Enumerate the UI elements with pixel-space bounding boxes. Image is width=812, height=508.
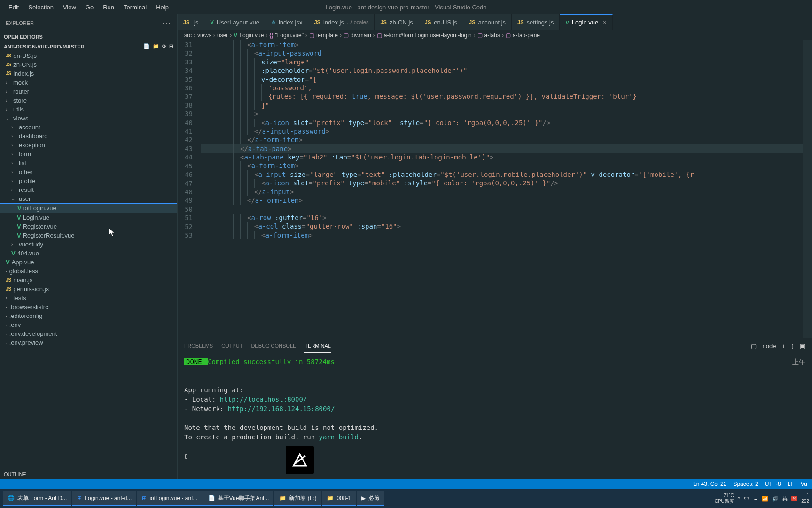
taskbar-item[interactable]: 📁008-1 <box>322 491 356 506</box>
tree-item[interactable]: ViotLogin.vue <box>0 203 177 213</box>
editor-tab[interactable]: VLogin.vue× <box>560 14 612 30</box>
project-header[interactable]: ANT-DESIGN-VUE-PRO-MASTER 📄 📁 ⟳ ⊟ <box>0 41 177 51</box>
new-folder-icon[interactable]: 📁 <box>153 43 159 49</box>
panel-tab-debug-console[interactable]: DEBUG CONSOLE <box>251 339 296 352</box>
tree-item[interactable]: ·.editorconfig <box>0 311 177 320</box>
panel-tab-output[interactable]: OUTPUT <box>221 339 242 352</box>
status-item[interactable]: LF <box>788 481 794 487</box>
tree-item[interactable]: VApp.vue <box>0 258 177 267</box>
tree-item[interactable]: JSindex.js <box>0 69 177 78</box>
maximize-panel-icon[interactable]: ▣ <box>800 342 805 349</box>
new-terminal-icon[interactable]: + <box>781 342 785 349</box>
outline-header[interactable]: OUTLINE <box>0 469 177 479</box>
tree-item[interactable]: ›dashboard <box>0 132 177 141</box>
tree-item[interactable]: VRegisterResult.vue <box>0 231 177 240</box>
taskbar-item[interactable]: ▶必剪 <box>357 491 384 506</box>
tray-cloud-icon[interactable]: ☁ <box>753 496 758 502</box>
menu-view[interactable]: View <box>58 2 81 13</box>
editor-tab[interactable]: ⚛index.jsx <box>265 14 309 30</box>
breadcrumb-item[interactable]: ▢ div.main <box>344 32 371 39</box>
tree-item[interactable]: ⌄views <box>0 114 177 123</box>
tray-sogou-icon[interactable]: S <box>791 496 797 501</box>
status-item[interactable]: Spaces: 2 <box>733 481 758 487</box>
terminal-output[interactable]: 上午 DONE Compiled successfully in 58724ms… <box>178 353 812 479</box>
breadcrumb-item[interactable]: {} "Login.vue" <box>269 32 304 39</box>
local-url[interactable]: http://localhost: <box>220 396 287 403</box>
clock[interactable]: 1 202 <box>801 493 809 504</box>
refresh-icon[interactable]: ⟳ <box>162 43 166 49</box>
tree-item[interactable]: ›store <box>0 96 177 105</box>
breadcrumb-item[interactable]: V Login.vue <box>234 32 264 39</box>
menu-selection[interactable]: Selection <box>23 2 58 13</box>
status-item[interactable]: Ln 43, Col 22 <box>693 481 726 487</box>
more-icon[interactable]: ⋯ <box>162 18 172 28</box>
terminal-shell-name[interactable]: node <box>762 342 776 349</box>
tree-item[interactable]: JSen-US.js <box>0 51 177 60</box>
tray-volume-icon[interactable]: 🔊 <box>772 496 779 502</box>
breadcrumb-item[interactable]: ▢ a-tabs <box>477 32 500 39</box>
taskbar-item[interactable]: ⊞Login.vue - ant-d... <box>72 491 136 506</box>
tree-item[interactable]: ›utils <box>0 105 177 114</box>
tray-up-icon[interactable]: ^ <box>738 496 740 501</box>
tree-item[interactable]: VRegister.vue <box>0 222 177 231</box>
menu-go[interactable]: Go <box>81 2 98 13</box>
terminal-shell-icon[interactable]: ▢ <box>751 342 757 349</box>
collapse-icon[interactable]: ⊟ <box>169 43 173 49</box>
tree-item[interactable]: JSmain.js <box>0 276 177 285</box>
editor-tab[interactable]: JSindex.js...\locales <box>308 14 375 30</box>
editor-tab[interactable]: VUserLayout.vue <box>204 14 265 30</box>
tree-item[interactable]: ›list <box>0 159 177 167</box>
tray-ime-icon[interactable]: 英 <box>782 495 788 502</box>
tree-item[interactable]: ⌄user <box>0 194 177 203</box>
breadcrumb-item[interactable]: src <box>184 32 192 39</box>
panel-tab-problems[interactable]: PROBLEMS <box>184 339 213 352</box>
tray-net-icon[interactable]: 📶 <box>762 496 768 502</box>
tree-item[interactable]: ›router <box>0 87 177 96</box>
tree-item[interactable]: ·.env.development <box>0 329 177 338</box>
breadcrumb-item[interactable]: ▢ a-form#formLogin.user-layout-login <box>377 32 472 39</box>
tray-shield-icon[interactable]: 🛡 <box>744 496 749 501</box>
editor-tab[interactable]: JSsettings.js <box>512 14 560 30</box>
editor-tab[interactable]: JS.js <box>178 14 204 30</box>
menu-terminal[interactable]: Terminal <box>119 2 151 13</box>
open-editors-header[interactable]: OPEN EDITORS <box>0 32 177 41</box>
taskbar-item[interactable]: ⊞iotLogin.vue - ant... <box>137 491 202 506</box>
net-url[interactable]: http://192.168.124.15: <box>228 405 315 413</box>
tree-item[interactable]: ·.browserslistrc <box>0 302 177 311</box>
tree-item[interactable]: ›exception <box>0 141 177 150</box>
tree-item[interactable]: JSpermission.js <box>0 285 177 294</box>
taskbar-item[interactable]: 🌐表单 Form - Ant D... <box>3 491 71 506</box>
tree-item[interactable]: V404.vue <box>0 249 177 258</box>
editor-tab[interactable]: JSaccount.js <box>463 14 512 30</box>
tree-item[interactable]: ›tests <box>0 294 177 302</box>
tree-item[interactable]: VLogin.vue <box>0 213 177 222</box>
tree-item[interactable]: ›profile <box>0 176 177 185</box>
tree-item[interactable]: ›account <box>0 123 177 132</box>
taskbar-item[interactable]: 📁新加卷 (F:) <box>274 491 321 506</box>
editor-tab[interactable]: JSen-US.js <box>419 14 463 30</box>
breadcrumb-item[interactable]: ▢ template <box>309 32 338 39</box>
menu-edit[interactable]: Edit <box>4 2 23 13</box>
tree-item[interactable]: ·.env <box>0 320 177 329</box>
code-content[interactable]: <a-form-item><a-input-passwordsize="larg… <box>201 40 803 338</box>
code-area[interactable]: 3132333435363738394041424344454647484950… <box>178 40 812 338</box>
tree-item[interactable]: ·.env.preview <box>0 338 177 347</box>
menu-run[interactable]: Run <box>98 2 119 13</box>
tree-item[interactable]: ›mock <box>0 78 177 87</box>
tree-item[interactable]: ›vuestudy <box>0 240 177 249</box>
breadcrumb[interactable]: src›views›user›V Login.vue›{} "Login.vue… <box>178 30 812 40</box>
tree-item[interactable]: ·global.less <box>0 267 177 276</box>
breadcrumb-item[interactable]: user <box>217 32 228 39</box>
new-file-icon[interactable]: 📄 <box>143 43 150 49</box>
panel-tab-terminal[interactable]: TERMINAL <box>304 339 331 353</box>
breadcrumb-item[interactable]: ▢ a-tab-pane <box>506 32 540 39</box>
status-item[interactable]: UTF-8 <box>765 481 781 487</box>
editor-tab[interactable]: JSzh-CN.js <box>375 14 419 30</box>
tree-item[interactable]: ›form <box>0 150 177 159</box>
tree-item[interactable]: JSzh-CN.js <box>0 60 177 69</box>
taskbar-item[interactable]: 📄基于Vue脚手架Ant... <box>203 491 274 506</box>
minimize-button[interactable]: — <box>789 4 808 11</box>
tree-item[interactable]: ›result <box>0 185 177 194</box>
breadcrumb-item[interactable]: views <box>197 32 211 39</box>
menu-help[interactable]: Help <box>151 2 173 13</box>
